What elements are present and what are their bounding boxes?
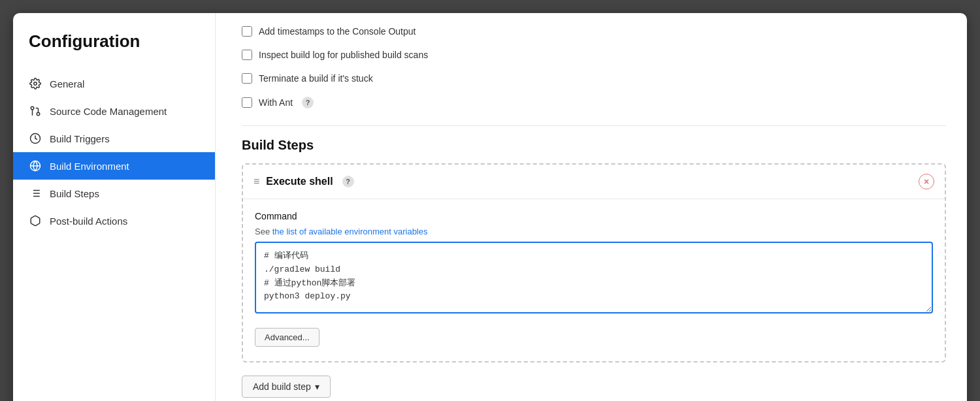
svg-point-1 xyxy=(37,112,40,116)
checkbox-row-inspect-build-log: Inspect build log for published build sc… xyxy=(242,43,946,67)
svg-point-0 xyxy=(34,82,37,86)
sidebar-item-label-build-triggers: Build Triggers xyxy=(50,133,110,144)
sidebar-item-build-environment[interactable]: Build Environment xyxy=(13,152,215,180)
source-code-management-icon xyxy=(29,104,42,118)
main-window: Configuration GeneralSource Code Managem… xyxy=(13,13,967,401)
general-icon xyxy=(29,77,42,90)
command-textarea[interactable] xyxy=(255,242,933,313)
main-content: Add timestamps to the Console OutputInsp… xyxy=(216,13,967,401)
build-steps-icon xyxy=(29,187,42,200)
sidebar-item-post-build-actions[interactable]: Post-build Actions xyxy=(13,207,215,234)
sidebar-item-build-steps[interactable]: Build Steps xyxy=(13,180,215,207)
sidebar-title: Configuration xyxy=(13,31,215,70)
step-card-header: ≡ Execute shell ? × xyxy=(243,165,945,199)
execute-shell-card: ≡ Execute shell ? × Command See the list… xyxy=(242,163,946,362)
add-build-step-label: Add build step xyxy=(253,381,311,392)
post-build-actions-icon xyxy=(29,214,42,227)
step-header-left: ≡ Execute shell ? xyxy=(253,176,354,187)
with-ant-help-icon[interactable]: ? xyxy=(302,97,314,108)
sidebar-item-label-post-build-actions: Post-build Actions xyxy=(50,216,127,227)
sidebar-item-label-source-code-management: Source Code Management xyxy=(50,106,167,117)
sidebar: Configuration GeneralSource Code Managem… xyxy=(13,13,216,401)
checkbox-terminate-stuck[interactable] xyxy=(242,73,252,84)
checkbox-add-timestamps[interactable] xyxy=(242,26,252,37)
sidebar-item-general[interactable]: General xyxy=(13,70,215,97)
build-steps-title: Build Steps xyxy=(242,138,946,153)
checkbox-row-with-ant: With Ant? xyxy=(242,90,946,115)
execute-shell-label: Execute shell xyxy=(266,176,333,187)
sidebar-item-source-code-management[interactable]: Source Code Management xyxy=(13,97,215,125)
execute-shell-help-icon[interactable]: ? xyxy=(342,176,354,187)
checkbox-label-add-timestamps: Add timestamps to the Console Output xyxy=(259,26,416,37)
env-vars-prefix: See xyxy=(255,227,272,236)
command-label: Command xyxy=(255,211,933,221)
add-build-step-button[interactable]: Add build step ▾ xyxy=(242,376,331,398)
env-vars-link-row: See the list of available environment va… xyxy=(255,227,933,236)
svg-point-2 xyxy=(31,106,34,110)
advanced-button[interactable]: Advanced... xyxy=(255,328,319,347)
checkbox-inspect-build-log[interactable] xyxy=(242,50,252,60)
step-card-body: Command See the list of available enviro… xyxy=(243,199,945,361)
sidebar-item-build-triggers[interactable]: Build Triggers xyxy=(13,125,215,152)
checkbox-label-with-ant: With Ant xyxy=(259,97,293,108)
sidebar-item-label-build-steps: Build Steps xyxy=(50,188,99,199)
close-step-button[interactable]: × xyxy=(919,174,934,189)
build-triggers-icon xyxy=(29,132,42,145)
checkbox-with-ant[interactable] xyxy=(242,97,252,108)
drag-handle-icon[interactable]: ≡ xyxy=(253,176,259,187)
sidebar-item-label-build-environment: Build Environment xyxy=(50,161,129,172)
checkbox-label-terminate-stuck: Terminate a build if it's stuck xyxy=(259,73,373,84)
add-build-step-dropdown-icon: ▾ xyxy=(315,381,319,392)
checkbox-label-inspect-build-log: Inspect build log for published build sc… xyxy=(259,50,428,60)
checkbox-row-terminate-stuck: Terminate a build if it's stuck xyxy=(242,67,946,90)
build-environment-icon xyxy=(29,159,42,172)
checkbox-row-add-timestamps: Add timestamps to the Console Output xyxy=(242,20,946,43)
section-divider xyxy=(242,125,946,126)
sidebar-item-label-general: General xyxy=(50,78,84,89)
env-vars-link[interactable]: the list of available environment variab… xyxy=(272,227,428,236)
checkbox-group: Add timestamps to the Console OutputInsp… xyxy=(242,13,946,115)
